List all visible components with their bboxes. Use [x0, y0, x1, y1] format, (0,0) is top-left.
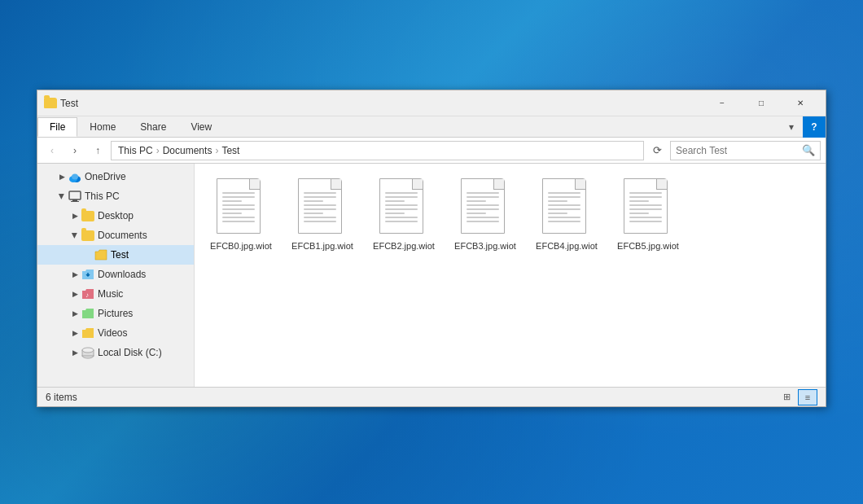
svg-rect-4 [72, 199, 77, 201]
svg-point-2 [72, 173, 78, 179]
list-view-button[interactable]: ≡ [798, 389, 817, 405]
folder-icon-pictures [81, 307, 94, 320]
sidebar-label-pictures: Pictures [98, 308, 133, 319]
window-title: Test [60, 98, 703, 109]
file-name: EFCB5.jpg.wiot [617, 240, 679, 252]
tab-view[interactable]: View [178, 117, 224, 137]
svg-text:♪: ♪ [85, 291, 89, 299]
expand-arrow-videos[interactable]: ▶ [68, 329, 81, 337]
window-controls: − □ ✕ [703, 92, 819, 115]
sidebar-item-documents[interactable]: ▶ Documents [37, 226, 194, 245]
item-count: 6 items [46, 392, 77, 403]
close-button[interactable]: ✕ [782, 92, 819, 115]
file-area: EFCB0.jpg.wiotEFCB1.jpg.wiotEFCB2.jpg.wi… [195, 164, 826, 387]
folder-icon-documents [81, 229, 94, 242]
file-explorer-window: Test − □ ✕ File Home Share View ▾ ? ‹ › … [37, 90, 826, 407]
title-bar-icon [44, 97, 57, 110]
sidebar-item-test[interactable]: Test [37, 245, 194, 265]
path-documents[interactable]: Documents [161, 145, 214, 156]
sidebar-label-desktop: Desktop [98, 210, 134, 221]
disk-icon [81, 346, 94, 359]
expand-arrow-music[interactable]: ▶ [68, 290, 81, 298]
ribbon-tabs: File Home Share View ▾ ? [37, 116, 826, 138]
expand-arrow-desktop[interactable]: ▶ [68, 212, 81, 220]
sidebar-label-onedrive: OneDrive [85, 171, 126, 182]
tab-file[interactable]: File [37, 117, 77, 137]
file-icon [379, 178, 428, 237]
sidebar-item-local-disk[interactable]: ▶ Local Disk (C:) [37, 343, 194, 362]
folder-icon-downloads [81, 268, 94, 281]
file-icon [461, 178, 510, 237]
sidebar-label-downloads: Downloads [98, 269, 146, 280]
expand-arrow-this-pc[interactable]: ▶ [58, 190, 66, 203]
file-item[interactable]: EFCB3.jpg.wiot [449, 173, 522, 256]
svg-rect-3 [69, 191, 81, 199]
path-sep-2: › [215, 145, 218, 156]
minimize-button[interactable]: − [703, 92, 741, 115]
path-this-pc[interactable]: This PC [116, 145, 155, 156]
file-icon [217, 178, 265, 237]
file-icon [542, 178, 591, 237]
pc-icon [68, 190, 81, 203]
expand-arrow-documents[interactable]: ▶ [71, 229, 79, 242]
search-input[interactable] [676, 145, 802, 156]
sidebar-item-pictures[interactable]: ▶ Pictures [37, 304, 194, 323]
folder-icon-music: ♪ [81, 287, 94, 300]
file-name: EFCB3.jpg.wiot [454, 240, 516, 252]
back-button[interactable]: ‹ [42, 141, 62, 160]
svg-point-9 [82, 348, 94, 353]
sidebar-item-this-pc[interactable]: ▶ This PC [37, 186, 194, 206]
expand-arrow-onedrive[interactable]: ▶ [55, 173, 68, 181]
sidebar-label-test: Test [111, 249, 129, 261]
search-icon[interactable]: 🔍 [802, 144, 815, 156]
tab-home[interactable]: Home [77, 117, 128, 137]
file-item[interactable]: EFCB4.jpg.wiot [530, 173, 603, 256]
up-button[interactable]: ↑ [88, 141, 107, 160]
onedrive-icon [68, 170, 81, 183]
main-content: ▶ OneDrive ▶ This PC ▶ Desktop [37, 164, 826, 387]
sidebar-label-videos: Videos [98, 327, 127, 339]
sidebar-label-documents: Documents [98, 230, 147, 241]
help-button[interactable]: ? [803, 116, 826, 138]
tab-share[interactable]: Share [128, 117, 178, 137]
sidebar-label-music: Music [98, 288, 123, 300]
forward-button[interactable]: › [65, 141, 85, 160]
svg-rect-5 [71, 201, 79, 202]
address-bar: ‹ › ↑ This PC › Documents › Test ⟳ 🔍 [37, 138, 826, 164]
sidebar: ▶ OneDrive ▶ This PC ▶ Desktop [37, 164, 195, 387]
address-path[interactable]: This PC › Documents › Test [111, 141, 644, 160]
file-name: EFCB4.jpg.wiot [536, 240, 598, 252]
file-icon [298, 178, 347, 237]
folder-icon [44, 98, 57, 108]
status-bar: 6 items ⊞ ≡ [37, 387, 826, 406]
sidebar-item-downloads[interactable]: ▶ Downloads [37, 265, 194, 284]
file-icon [624, 178, 672, 237]
ribbon-collapse-button[interactable]: ▾ [780, 116, 803, 138]
sidebar-item-onedrive[interactable]: ▶ OneDrive [37, 167, 194, 186]
maximize-button[interactable]: □ [743, 92, 780, 115]
path-test[interactable]: Test [220, 145, 241, 156]
file-item[interactable]: EFCB0.jpg.wiot [204, 173, 278, 256]
expand-arrow-pictures[interactable]: ▶ [68, 309, 81, 318]
sidebar-item-music[interactable]: ▶ ♪ Music [37, 284, 194, 304]
expand-arrow-local-disk[interactable]: ▶ [68, 348, 81, 357]
file-item[interactable]: EFCB1.jpg.wiot [286, 173, 359, 256]
file-name: EFCB0.jpg.wiot [210, 240, 272, 252]
title-bar: Test − □ ✕ [37, 90, 826, 116]
expand-arrow-downloads[interactable]: ▶ [68, 270, 81, 278]
search-box: 🔍 [670, 141, 821, 160]
grid-view-button[interactable]: ⊞ [777, 389, 796, 405]
sidebar-label-local-disk: Local Disk (C:) [98, 347, 162, 358]
sidebar-item-videos[interactable]: ▶ Videos [37, 323, 194, 343]
folder-icon-desktop [81, 209, 94, 222]
folder-icon-test [94, 248, 107, 261]
file-name: EFCB2.jpg.wiot [373, 240, 435, 252]
file-item[interactable]: EFCB2.jpg.wiot [367, 173, 440, 256]
path-sep-1: › [156, 145, 160, 156]
file-item[interactable]: EFCB5.jpg.wiot [611, 173, 685, 256]
folder-icon-videos [81, 327, 94, 340]
view-buttons: ⊞ ≡ [777, 389, 817, 405]
refresh-button[interactable]: ⟳ [647, 141, 667, 160]
sidebar-item-desktop[interactable]: ▶ Desktop [37, 206, 194, 226]
sidebar-label-this-pc: This PC [85, 191, 120, 202]
